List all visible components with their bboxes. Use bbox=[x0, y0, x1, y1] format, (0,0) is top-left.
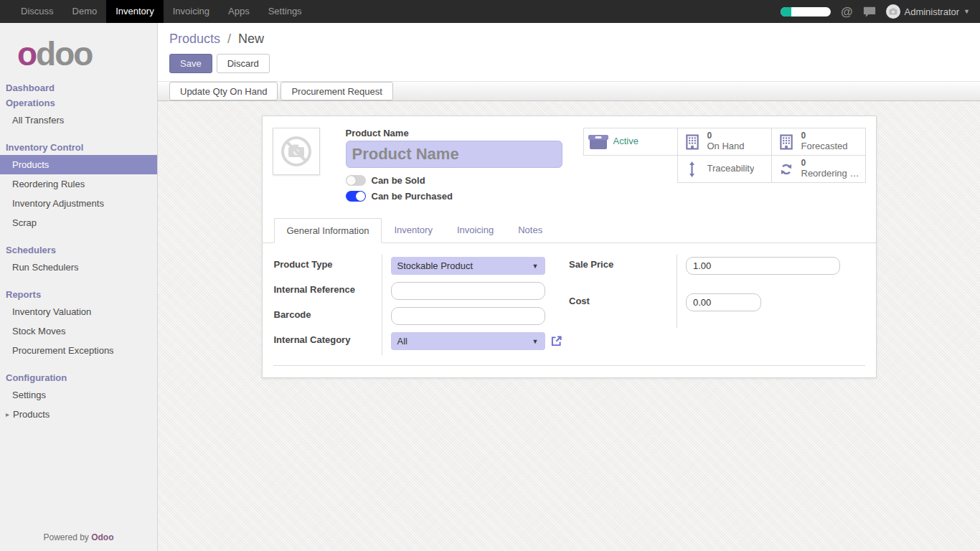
reordering-rules-stat-button[interactable]: 0 Reordering R… bbox=[771, 155, 866, 183]
product-name-label: Product Name bbox=[346, 128, 562, 138]
chevron-down-icon: ▼ bbox=[963, 8, 970, 15]
sidebar-item-procurement-exceptions[interactable]: Procurement Exceptions bbox=[0, 341, 157, 360]
cost-input[interactable] bbox=[686, 293, 761, 311]
sidebar-item-all-transfers[interactable]: All Transfers bbox=[0, 110, 157, 130]
sidebar-section-operations[interactable]: Operations bbox=[0, 95, 157, 110]
internal-reference-label: Internal Reference bbox=[274, 280, 382, 305]
forecasted-value: 0 bbox=[801, 131, 848, 141]
name-block: Product Name Can be Sold Can be Purchase… bbox=[346, 128, 562, 207]
user-name: Administrator bbox=[905, 6, 960, 17]
secondary-menu: Dashboard Operations All Transfers Inven… bbox=[0, 80, 157, 424]
active-stat-button[interactable]: Active bbox=[583, 128, 678, 156]
sidebar-item-scrap[interactable]: Scrap bbox=[0, 213, 157, 232]
sale-price-label: Sale Price bbox=[569, 255, 677, 291]
no-camera-icon bbox=[279, 134, 314, 169]
sidebar: odoo Dashboard Operations All Transfers … bbox=[0, 23, 158, 551]
logo-letter-accent: o bbox=[17, 35, 36, 72]
up-down-arrow-icon bbox=[683, 161, 702, 177]
odoo-logo: odoo bbox=[0, 23, 157, 80]
sidebar-item-label: Inventory Valuation bbox=[12, 306, 91, 317]
sidebar-section-schedulers[interactable]: Schedulers bbox=[0, 242, 157, 258]
chat-icon[interactable] bbox=[863, 6, 876, 18]
sidebar-item-label: Procurement Exceptions bbox=[12, 345, 114, 356]
sidebar-item-label: Products bbox=[13, 409, 50, 420]
odoo-brand-link[interactable]: Odoo bbox=[91, 532, 113, 542]
sidebar-item-inventory-valuation[interactable]: Inventory Valuation bbox=[0, 302, 157, 321]
procurement-request-button[interactable]: Procurement Request bbox=[281, 82, 392, 100]
nav-item-invoicing[interactable]: Invoicing bbox=[164, 0, 219, 23]
breadcrumb-products-link[interactable]: Products bbox=[169, 32, 220, 46]
sidebar-section-inventory-control[interactable]: Inventory Control bbox=[0, 140, 157, 155]
barcode-input[interactable] bbox=[391, 307, 545, 325]
mentions-icon[interactable]: @ bbox=[841, 6, 853, 18]
save-button[interactable]: Save bbox=[169, 54, 212, 73]
product-name-input[interactable] bbox=[346, 141, 562, 168]
right-field-group: Sale Price Cost bbox=[569, 255, 864, 355]
internal-reference-input[interactable] bbox=[391, 282, 545, 300]
sidebar-item-stock-moves[interactable]: Stock Moves bbox=[0, 321, 157, 341]
reordering-value: 0 bbox=[801, 159, 860, 169]
tab-general-information[interactable]: General Information bbox=[274, 218, 382, 243]
main-panel: Products / New Save Discard Update Qty O… bbox=[158, 23, 980, 551]
control-panel-buttons: Save Discard bbox=[169, 54, 980, 73]
sidebar-item-reordering-rules[interactable]: Reordering Rules bbox=[0, 174, 157, 194]
discard-button[interactable]: Discard bbox=[217, 54, 270, 73]
traceability-stat-button[interactable]: Traceability bbox=[677, 155, 772, 183]
trial-progress-pill[interactable] bbox=[781, 7, 831, 17]
building-icon bbox=[777, 134, 796, 150]
can-be-sold-row: Can be Sold bbox=[346, 175, 562, 186]
sidebar-item-label: Reordering Rules bbox=[12, 179, 85, 189]
sidebar-item-label: All Transfers bbox=[12, 115, 64, 126]
left-field-group: Product Type Stockable Product ▼ Interna… bbox=[274, 255, 570, 355]
tab-notes[interactable]: Notes bbox=[506, 218, 555, 243]
pill-progress-segment bbox=[781, 7, 791, 17]
on-hand-stat-button[interactable]: 0 On Hand bbox=[677, 128, 772, 156]
app-window: Discuss Demo Inventory Invoicing Apps Se… bbox=[0, 0, 980, 551]
sidebar-item-label: Stock Moves bbox=[12, 326, 65, 336]
form-view-background: Product Name Can be Sold Can be Purchase… bbox=[158, 101, 980, 551]
statusbar: Update Qty On Hand Procurement Request bbox=[158, 81, 980, 101]
cost-label: Cost bbox=[569, 291, 677, 328]
can-be-sold-label: Can be Sold bbox=[372, 175, 425, 186]
nav-item-discuss[interactable]: Discuss bbox=[11, 0, 63, 23]
sidebar-item-label: Run Schedulers bbox=[12, 262, 79, 273]
can-be-sold-toggle[interactable] bbox=[346, 175, 366, 186]
external-link-icon[interactable] bbox=[550, 335, 562, 347]
update-qty-on-hand-button[interactable]: Update Qty On Hand bbox=[169, 82, 278, 100]
sidebar-item-dashboard[interactable]: Dashboard bbox=[0, 80, 157, 95]
on-hand-label: On Hand bbox=[707, 141, 745, 152]
reordering-label: Reordering R… bbox=[801, 169, 860, 179]
tab-inventory[interactable]: Inventory bbox=[382, 218, 444, 243]
sidebar-item-run-schedulers[interactable]: Run Schedulers bbox=[0, 258, 157, 277]
systray: @ Administrator ▼ bbox=[781, 0, 980, 23]
breadcrumb-current: New bbox=[238, 32, 264, 46]
sidebar-section-reports[interactable]: Reports bbox=[0, 287, 157, 302]
can-be-purchased-label: Can be Purchased bbox=[372, 191, 453, 202]
can-be-purchased-toggle[interactable] bbox=[346, 191, 366, 202]
breadcrumb: Products / New bbox=[169, 32, 980, 47]
powered-by-text: Powered by bbox=[43, 532, 88, 542]
sidebar-item-products-config[interactable]: ▸Products bbox=[0, 405, 157, 424]
nav-item-settings[interactable]: Settings bbox=[259, 0, 311, 23]
sidebar-item-label: Inventory Adjustments bbox=[12, 198, 104, 209]
can-be-purchased-row: Can be Purchased bbox=[346, 191, 562, 202]
product-image-uploader[interactable] bbox=[273, 128, 320, 175]
sidebar-item-settings[interactable]: Settings bbox=[0, 385, 157, 405]
tab-invoicing[interactable]: Invoicing bbox=[445, 218, 506, 243]
sale-price-input[interactable] bbox=[686, 257, 840, 275]
sidebar-item-products[interactable]: Products bbox=[0, 155, 157, 174]
nav-item-inventory[interactable]: Inventory bbox=[106, 0, 163, 23]
internal-category-select[interactable]: All ▼ bbox=[391, 332, 545, 350]
user-menu[interactable]: Administrator ▼ bbox=[886, 4, 971, 19]
product-type-select[interactable]: Stockable Product ▼ bbox=[391, 257, 545, 275]
nav-item-demo[interactable]: Demo bbox=[63, 0, 107, 23]
active-label: Active bbox=[613, 136, 639, 147]
forecasted-stat-button[interactable]: 0 Forecasted bbox=[771, 128, 866, 156]
traceability-label: Traceability bbox=[707, 164, 755, 174]
nav-item-apps[interactable]: Apps bbox=[219, 0, 259, 23]
refresh-icon bbox=[777, 162, 796, 176]
sidebar-section-configuration[interactable]: Configuration bbox=[0, 370, 157, 385]
building-icon bbox=[683, 134, 702, 150]
breadcrumb-separator: / bbox=[227, 32, 231, 46]
sidebar-item-inventory-adjustments[interactable]: Inventory Adjustments bbox=[0, 194, 157, 213]
